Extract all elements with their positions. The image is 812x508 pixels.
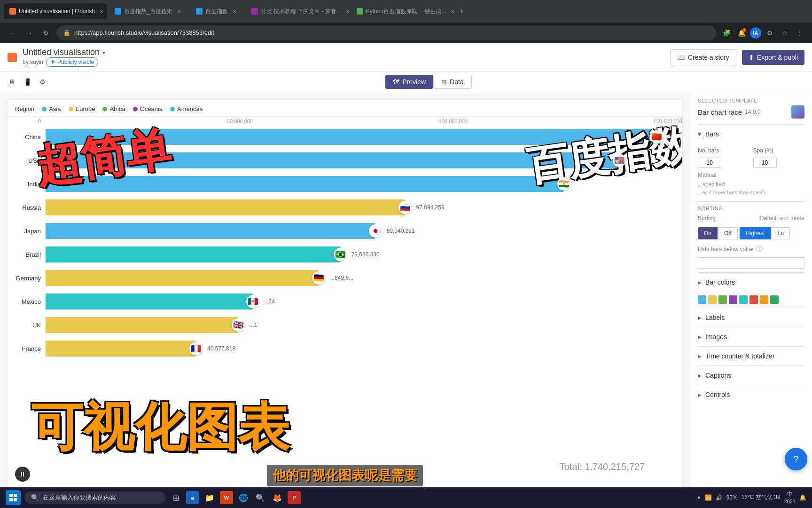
color-swatch-2[interactable]: [708, 295, 717, 304]
tab-2[interactable]: 百度指数_百度搜索 ✕: [109, 3, 188, 19]
bar-country: USA: [15, 157, 46, 164]
color-swatch-4[interactable]: [729, 295, 737, 304]
tab-active[interactable]: Untitled visualisation | Flourish ✕: [4, 3, 107, 19]
eye-icon: 👁: [50, 59, 55, 65]
tab-close-5[interactable]: ✕: [449, 8, 454, 15]
taskbar-icon-search-app[interactable]: 🔍: [254, 491, 267, 504]
address-bar[interactable]: 🔒 https://app.flourish.studio/visualisat…: [56, 25, 716, 40]
new-tab-button[interactable]: +: [456, 6, 468, 17]
tab-close-3[interactable]: ✕: [231, 8, 238, 15]
title-dropdown-arrow[interactable]: ▾: [102, 49, 105, 56]
color-swatch-5[interactable]: [739, 295, 748, 304]
taskbar-icon-app[interactable]: P: [288, 491, 301, 504]
start-button[interactable]: [6, 490, 21, 505]
captions-title: Captions: [705, 372, 731, 379]
settings-icon[interactable]: ⚙: [763, 26, 776, 40]
color-swatch-3[interactable]: [718, 295, 727, 304]
taskbar-icon-chrome[interactable]: 🌐: [237, 491, 250, 504]
bar-track: 🇺🇸: [46, 151, 675, 169]
hide-bars-row: Hide bars below value ⓘ: [690, 243, 812, 255]
no-bars-input[interactable]: [698, 158, 721, 168]
extensions-icon[interactable]: 🧩: [720, 26, 733, 40]
bar-country: China: [15, 134, 46, 141]
fab-button[interactable]: ?: [785, 448, 807, 470]
legend-oceania: Oceania: [133, 105, 163, 112]
bookmarks-icon[interactable]: ☆: [778, 26, 791, 40]
taskbar-network[interactable]: 📶: [705, 494, 712, 501]
sorting-section-label: SORTING: [690, 202, 812, 213]
sorting-buttons-row: On Off Highest Lo: [690, 225, 812, 243]
bars-accordion: ▶ Bars No. bars Spa (%): [690, 125, 812, 201]
hide-bars-info-icon[interactable]: ⓘ: [756, 245, 763, 254]
profile-avatar[interactable]: IA: [750, 27, 761, 39]
spacing-input[interactable]: [753, 158, 777, 168]
time-counter-accordion-header[interactable]: ▶ Time counter & totalizer: [690, 347, 812, 365]
highest-button[interactable]: Highest: [740, 227, 771, 239]
captions-arrow-icon: ▶: [698, 373, 702, 378]
preview-tab[interactable]: 🗺 Preview: [385, 75, 433, 89]
data-tab[interactable]: ⊞ Data: [433, 75, 472, 89]
bars-accordion-header[interactable]: ▶ Bars: [690, 125, 812, 143]
off-button[interactable]: Off: [718, 227, 738, 239]
tab-5[interactable]: Python百度指数抓取 一键生成... ✕: [351, 3, 454, 19]
spacing-label: Spa (%): [753, 147, 805, 154]
monitor-icon[interactable]: 🖥: [8, 77, 17, 87]
taskbar-icon-office[interactable]: W: [220, 491, 233, 504]
captions-accordion-header[interactable]: ▶ Captions: [690, 366, 812, 385]
notifications-icon[interactable]: 🔔 2: [735, 26, 748, 40]
images-accordion-header[interactable]: ▶ Images: [690, 327, 812, 346]
time-display[interactable]: 中 2021: [784, 491, 796, 505]
taskbar-caret[interactable]: ∧: [697, 494, 701, 501]
data-icon: ⊞: [441, 78, 447, 86]
total-label: Total: 1,740,215,727: [560, 461, 645, 472]
color-swatch-7[interactable]: [760, 295, 768, 304]
tab-3[interactable]: 百度指数 ✕: [190, 3, 244, 19]
notification-btn[interactable]: 🔔: [799, 494, 806, 501]
taskbar-icon-edge[interactable]: e: [186, 491, 199, 504]
bar-value: ...849,6...: [330, 275, 353, 281]
flourish-icon: [8, 53, 17, 62]
taskbar-icon-fox[interactable]: 🦊: [271, 491, 284, 504]
by-label: by suyin: [23, 59, 43, 65]
hide-bars-value-input[interactable]: [698, 257, 804, 269]
reload-button[interactable]: ↻: [39, 26, 53, 40]
taskbar-icon-task[interactable]: ⊞: [169, 491, 182, 504]
taskbar-sound[interactable]: 🔊: [716, 494, 723, 501]
settings-small-icon[interactable]: ⚙: [38, 77, 47, 87]
time-text: 中: [784, 491, 796, 498]
back-button[interactable]: ←: [6, 26, 19, 40]
on-button[interactable]: On: [698, 227, 718, 239]
bar-colors-header[interactable]: ▶ Bar colors: [690, 273, 812, 292]
taskbar-search[interactable]: 🔍 在这里输入你要搜索的内容: [24, 492, 165, 504]
forward-button[interactable]: →: [23, 26, 36, 40]
export-button[interactable]: ⬆ Export & publi: [742, 50, 804, 65]
public-badge[interactable]: 👁 Publicly visible: [46, 57, 98, 67]
tab-close-4[interactable]: ✕: [344, 8, 349, 15]
taskbar: 🔍 在这里输入你要搜索的内容 ⊞ e 📁 W 🌐 🔍 🦊 P ∧ 📶 🔊 95%…: [0, 487, 812, 508]
mobile-icon[interactable]: 📱: [23, 77, 32, 87]
region-label: Region: [15, 105, 34, 112]
color-swatch-6[interactable]: [750, 295, 758, 304]
menu-icon[interactable]: ⋮: [793, 26, 806, 40]
template-section: Selected template Bar chart race 14.0.0: [690, 92, 812, 124]
color-swatch-1[interactable]: [698, 295, 706, 304]
play-pause-button[interactable]: ⏸: [15, 467, 30, 482]
tab-close-active[interactable]: ✕: [98, 8, 105, 15]
preview-label: Preview: [402, 78, 426, 86]
taskbar-icon-folder[interactable]: 📁: [203, 491, 216, 504]
bar-flag: 🇨🇳: [650, 130, 663, 143]
create-story-button[interactable]: 📖 Create a story: [670, 49, 736, 65]
lo-button[interactable]: Lo: [772, 227, 790, 239]
tab-close-2[interactable]: ✕: [175, 8, 183, 15]
bar-value: ...24: [264, 298, 275, 305]
color-swatch-8[interactable]: [770, 295, 779, 304]
viz-title-row: Untitled visualisation ▾: [23, 48, 105, 57]
x-axis-50m: 50,000,000: [227, 119, 253, 124]
tab-4[interactable]: 分类 技术教程 下的文章 - 苏音... ✕: [246, 3, 349, 19]
labels-accordion-header[interactable]: ▶ Labels: [690, 308, 812, 327]
controls-accordion-header[interactable]: ▶ Controls: [690, 385, 812, 404]
tab-favicon-2: [115, 8, 121, 15]
tab-favicon-3: [196, 8, 203, 15]
bar-track: 🇮🇳: [46, 175, 675, 193]
svg-rect-0: [9, 494, 13, 497]
